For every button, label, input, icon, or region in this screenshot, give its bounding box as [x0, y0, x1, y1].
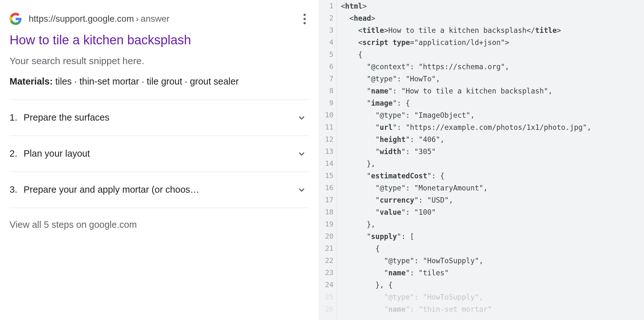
- code-line: "value": "100": [341, 206, 644, 218]
- howto-step-row[interactable]: 1.Prepare the surfaces: [10, 100, 309, 136]
- code-line: }, {: [341, 279, 644, 291]
- line-number: 16: [319, 182, 333, 194]
- line-number: 10: [319, 109, 333, 121]
- line-number: 14: [319, 158, 333, 170]
- materials-list: tiles · thin-set mortar · tile grout · g…: [55, 76, 238, 86]
- code-line: "url": "https://example.com/photos/1x1/p…: [341, 121, 644, 133]
- code-line: "@context": "https://schema.org",: [341, 61, 644, 73]
- line-number: 19: [319, 218, 333, 230]
- line-number: 4: [319, 36, 333, 48]
- code-line: "name": "tiles": [341, 267, 644, 279]
- materials-line: Materials: tiles · thin-set mortar · til…: [10, 75, 309, 89]
- step-title: Plan your layout: [24, 148, 296, 159]
- search-result-card: https://support.google.com›answer How to…: [0, 0, 319, 320]
- code-line: "estimatedCost": {: [341, 170, 644, 182]
- line-number: 9: [319, 97, 333, 109]
- code-line: "supply": [: [341, 230, 644, 242]
- line-number-gutter: 1234567891011121314151617181920212223242…: [319, 0, 337, 320]
- line-number: 17: [319, 194, 333, 206]
- code-line: "image": {: [341, 97, 644, 109]
- code-editor: 1234567891011121314151617181920212223242…: [319, 0, 644, 320]
- howto-step-row[interactable]: 3.Prepare your and apply mortar (or choo…: [10, 172, 309, 208]
- line-number: 21: [319, 242, 333, 255]
- step-number: 1.: [10, 112, 24, 123]
- code-line: "@type": "HowToSupply",: [341, 291, 644, 303]
- result-snippet: Your search result snippet here.: [10, 56, 309, 66]
- url-domain: https://support.google.com: [29, 14, 134, 24]
- code-line: "width": "305": [341, 145, 644, 158]
- chevron-down-icon: [296, 185, 307, 195]
- code-line: },: [341, 158, 644, 170]
- line-number: 7: [319, 73, 333, 85]
- code-line: <title>How to tile a kitchen backsplash<…: [341, 24, 644, 36]
- line-number: 15: [319, 170, 333, 182]
- view-all-steps-link[interactable]: View all 5 steps on google.com: [10, 220, 309, 230]
- line-number: 11: [319, 121, 333, 133]
- code-line: "height": "406",: [341, 133, 644, 145]
- code-line: {: [341, 48, 644, 61]
- materials-label: Materials:: [10, 76, 53, 86]
- result-url-row: https://support.google.com›answer: [10, 13, 309, 25]
- step-title: Prepare your and apply mortar (or choos…: [24, 184, 296, 195]
- code-line: "currency": "USD",: [341, 194, 644, 206]
- line-number: 24: [319, 279, 333, 291]
- step-number: 2.: [10, 148, 24, 159]
- line-number: 1: [319, 0, 333, 12]
- code-line: "@type": "ImageObject",: [341, 109, 644, 121]
- code-line: },: [341, 218, 644, 230]
- result-url: https://support.google.com›answer: [29, 14, 170, 24]
- line-number: 26: [319, 303, 333, 315]
- url-path: answer: [141, 14, 169, 24]
- line-number: 6: [319, 61, 333, 73]
- more-options-icon[interactable]: [300, 14, 309, 24]
- line-number: 18: [319, 206, 333, 218]
- code-line: "name": "thin-set mortar": [341, 303, 644, 315]
- step-number: 3.: [10, 184, 24, 195]
- result-title-link[interactable]: How to tile a kitchen backsplash: [10, 32, 191, 48]
- code-line: "@type": "MonetaryAmount",: [341, 182, 644, 194]
- line-number: 20: [319, 230, 333, 242]
- chevron-down-icon: [296, 149, 307, 159]
- howto-steps-list: 1.Prepare the surfaces2.Plan your layout…: [10, 100, 309, 208]
- line-number: 3: [319, 24, 333, 36]
- code-line: <html>: [341, 0, 644, 12]
- line-number: 12: [319, 133, 333, 145]
- code-line: <script type="application/ld+json">: [341, 36, 644, 48]
- google-g-logo-icon: [10, 13, 22, 25]
- code-line: "name": "How to tile a kitchen backsplas…: [341, 85, 644, 97]
- step-title: Prepare the surfaces: [24, 112, 296, 123]
- code-line: {: [341, 242, 644, 255]
- code-line: "@type": "HowTo",: [341, 73, 644, 85]
- line-number: 8: [319, 85, 333, 97]
- line-number: 2: [319, 12, 333, 24]
- code-line: "@type": "HowToSupply",: [341, 255, 644, 267]
- line-number: 25: [319, 291, 333, 303]
- line-number: 5: [319, 48, 333, 61]
- howto-step-row[interactable]: 2.Plan your layout: [10, 136, 309, 172]
- line-number: 22: [319, 255, 333, 267]
- code-content: <html> <head> <title>How to tile a kitch…: [341, 0, 644, 320]
- code-line: <head>: [341, 12, 644, 24]
- line-number: 13: [319, 145, 333, 158]
- line-number: 23: [319, 267, 333, 279]
- chevron-down-icon: [296, 113, 307, 123]
